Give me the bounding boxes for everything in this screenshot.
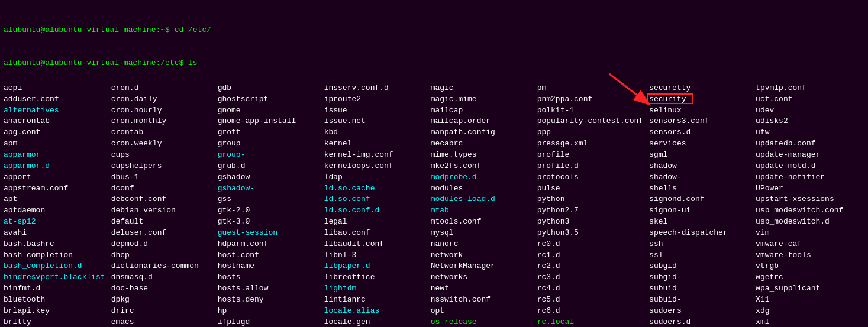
entry-lintianrc: lintianrc (324, 294, 425, 306)
entry-pulse: pulse (537, 183, 643, 195)
entry-avahi: avahi (4, 228, 105, 239)
entry-ppp: ppp (537, 127, 643, 138)
entry-localealias: locale.alias (324, 306, 425, 317)
entry-rc6d: rc6.d (537, 306, 643, 317)
ls-column-7: securetty security selinux sensors3.conf… (649, 83, 756, 327)
entry-shells: shells (649, 183, 750, 195)
entry-ldsoconf: ld.so.conf (324, 194, 425, 205)
entry-rc3d: rc3.d (537, 272, 643, 283)
entry-rclocal: rc.local (537, 317, 643, 327)
entry-wpasupplicant: wpa_supplicant (756, 283, 856, 294)
entry-kbd: kbd (324, 127, 425, 138)
entry-nsswitchconf: nsswitch.conf (431, 294, 531, 306)
entry-gss: gss (218, 194, 318, 205)
entry-hdparmconf: hdparm.conf (218, 239, 318, 250)
entry-security: security (649, 94, 750, 105)
entry-networks: networks (431, 272, 531, 283)
entry-sudoersd: sudoers.d (649, 317, 750, 327)
entry-shadow: shadow (649, 161, 750, 172)
entry-usbmodeswitchconf: usb_modeswitch.conf (756, 205, 856, 216)
entry-gnomeappinstall: gnome-app-install (218, 116, 318, 127)
entry-rc5d-2: rc5.d (537, 294, 643, 306)
entry-popularitycontestconf: popularity-contest.conf (537, 116, 643, 127)
entry-ssl: ssl (649, 250, 750, 261)
entry-mtab: mtab (431, 205, 531, 216)
entry-lightdm: lightdm (324, 283, 425, 294)
entry-guestsession: guest-session (218, 228, 318, 239)
entry-hostconf: host.conf (218, 250, 318, 261)
prompt-line-1: alubuntu@alubuntu-virtual-machine:~$ cd … (4, 25, 864, 36)
entry-polkit1: polkit-1 (537, 105, 643, 116)
entry-pm: pm (537, 83, 643, 94)
entry-aptdaemon: aptdaemon (4, 205, 105, 216)
entry-groupminus: group- (218, 150, 318, 161)
entry-dconf: dconf (111, 183, 212, 195)
terminal-window: alubuntu@alubuntu-virtual-machine:~$ cd … (0, 0, 868, 83)
entry-sgml: sgml (649, 150, 750, 161)
entry-sensorsd: sensors.d (649, 127, 750, 138)
entry-apg: apg.conf (4, 127, 105, 138)
entry-cronweekly: cron.weekly (111, 138, 212, 150)
entry-insservconfd2: insserv.conf.d (324, 83, 425, 94)
entry-updatenotifier: update-notifier (756, 172, 856, 183)
entry-rc1d: rc1.d (537, 250, 643, 261)
entry-apparmord: apparmor.d (4, 161, 105, 172)
entry-apparmor: apparmor (4, 150, 105, 161)
entry-debconfconf: debconf.conf (111, 194, 212, 205)
entry-mtoolsconf: mtools.conf (431, 216, 531, 228)
entry-udev: udev (756, 105, 856, 116)
entry-updatemotdd: update-motd.d (756, 161, 856, 172)
ls-column-3: gdb ghostscript gnome gnome-app-install … (218, 83, 324, 327)
entry-gnome: gnome (218, 105, 318, 116)
entry-udisks2: udisks2 (756, 116, 856, 127)
entry-subuidminus: subuid- (649, 294, 750, 306)
entry-nanorc: nanorc (431, 239, 531, 250)
entry-atspi2: at-spi2 (4, 216, 105, 228)
entry-pnm2ppaconf: pnm2ppa.conf (537, 94, 643, 105)
entry-apport: apport (4, 172, 105, 183)
entry-protocols: protocols (537, 172, 643, 183)
entry-securetty: securetty (649, 83, 750, 94)
entry-default: default (111, 216, 212, 228)
entry-ldsocache: ld.so.cache (324, 183, 425, 195)
entry-opt: opt (431, 306, 531, 317)
entry-modprobed: modprobe.d (431, 172, 531, 183)
entry-network: network (431, 250, 531, 261)
entry-anacrontab: anacrontab (4, 116, 105, 127)
entry-upstartxsessions: upstart-xsessions (756, 194, 856, 205)
entry-gshadow: gshadow (218, 172, 318, 183)
entry-alternatives: alternatives (4, 105, 105, 116)
entry-vim: vim (756, 228, 856, 239)
entry-libpaperd: libpaper.d (324, 261, 425, 272)
entry-appstream: appstream.conf (4, 183, 105, 195)
entry-kernelimgconf: kernel-img.conf (324, 150, 425, 161)
ls-column-5: magic magic.mime mailcap mailcap.order m… (431, 83, 537, 327)
entry-rc2d: rc2.d (537, 261, 643, 272)
entry-iproute2: iproute2 (324, 94, 425, 105)
entry-hostname: hostname (218, 261, 318, 272)
entry-gdb: gdb (218, 83, 318, 94)
entry-group: group (218, 138, 318, 150)
entry-signondconf: signond.conf (649, 194, 750, 205)
entry-updatemanager: update-manager (756, 150, 856, 161)
entry-speechdispatcher: speech-dispatcher (649, 228, 750, 239)
entry-hostsallow: hosts.allow (218, 283, 318, 294)
entry-profile: profile (537, 150, 643, 161)
entry-crondaily: cron.daily (111, 94, 212, 105)
entry-rc0d: rc0.d (537, 239, 643, 250)
entry-issuenet: issue.net (324, 116, 425, 127)
entry-hostsdeny: hosts.deny (218, 294, 318, 306)
entry-x11: X11 (756, 294, 856, 306)
entry-cronhourly: cron.hourly (111, 105, 212, 116)
entry-magic: magic (431, 83, 531, 94)
entry-dpkg: dpkg (111, 294, 212, 306)
entry-xml: xml (756, 317, 856, 327)
entry-debianversion: debian_version (111, 205, 212, 216)
entry-mailcaporder: mailcap.order (431, 116, 531, 127)
entry-kernel: kernel (324, 138, 425, 150)
entry-ghostscript: ghostscript (218, 94, 318, 105)
entry-docbase: doc-base (111, 283, 212, 294)
entry-bashcompletion: bash_completion (4, 250, 105, 261)
entry-vmwarecaf: vmware-caf (756, 239, 856, 250)
ls-output: acpi adduser.conf alternatives anacronta… (0, 83, 868, 327)
